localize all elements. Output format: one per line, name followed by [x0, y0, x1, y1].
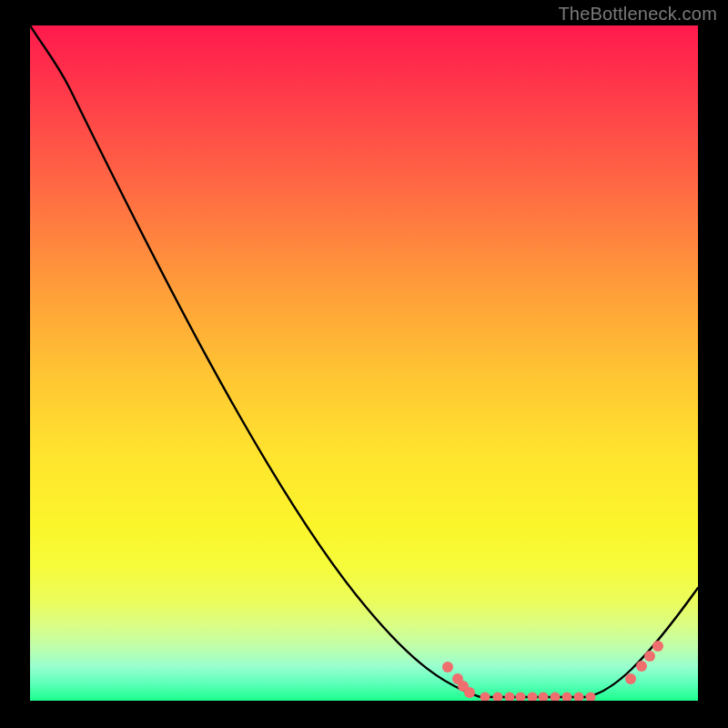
- svg-point-10: [551, 693, 561, 702]
- bottleneck-curve: [30, 25, 698, 697]
- svg-point-16: [644, 651, 655, 662]
- svg-point-3: [464, 687, 475, 698]
- attribution-text: TheBottleneck.com: [558, 4, 717, 25]
- svg-point-8: [528, 693, 538, 702]
- chart-plot-area: [30, 25, 698, 701]
- svg-point-15: [636, 661, 647, 672]
- svg-point-9: [539, 693, 549, 702]
- curve-layer: [30, 25, 698, 701]
- svg-point-11: [562, 693, 572, 702]
- svg-point-17: [652, 641, 663, 652]
- svg-point-6: [505, 693, 515, 702]
- svg-point-14: [625, 673, 636, 684]
- svg-point-13: [586, 693, 596, 702]
- svg-point-0: [442, 662, 453, 672]
- svg-point-12: [574, 693, 584, 702]
- svg-point-5: [493, 693, 503, 702]
- svg-point-4: [480, 693, 490, 702]
- svg-point-7: [516, 693, 526, 702]
